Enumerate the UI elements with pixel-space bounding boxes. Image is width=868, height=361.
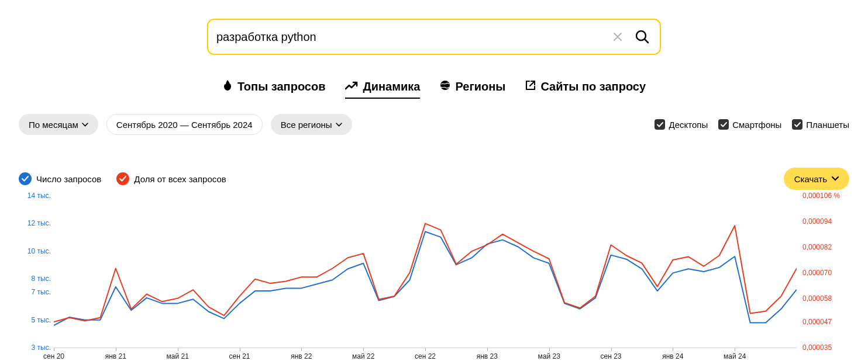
- x-tick-mark: [54, 348, 54, 351]
- tab-sites[interactable]: Сайты по запросу: [525, 79, 646, 99]
- tab-regions-label: Регионы: [455, 80, 505, 93]
- globe-icon: [440, 80, 450, 93]
- legend-series-1[interactable]: Число запросов: [19, 172, 101, 185]
- y-left-tick: 7 тыс.: [19, 288, 51, 296]
- device-tablet-toggle[interactable]: Планшеты: [792, 119, 849, 130]
- x-tick-label: янв 21: [105, 352, 126, 360]
- tab-tops[interactable]: Топы запросов: [222, 79, 326, 99]
- chart-line: [54, 232, 797, 326]
- device-smartphone-toggle[interactable]: Смартфоны: [718, 119, 781, 130]
- x-tick-label: янв 23: [477, 352, 498, 360]
- y-left-axis: 14 тыс.12 тыс.10 тыс.8 тыс.7 тыс.5 тыс.3…: [19, 196, 51, 348]
- checkbox-checked-icon: [718, 119, 729, 130]
- search-box[interactable]: [207, 19, 661, 55]
- y-right-tick: 0,000058: [802, 294, 849, 303]
- x-tick-label: сен 23: [601, 352, 622, 360]
- x-tick-mark: [178, 348, 178, 351]
- tab-regions[interactable]: Регионы: [440, 79, 505, 99]
- chart-plot[interactable]: [54, 196, 797, 348]
- y-left-tick: 10 тыс.: [19, 247, 51, 255]
- tab-tops-label: Топы запросов: [237, 80, 326, 93]
- y-left-tick: 14 тыс.: [19, 192, 51, 200]
- legend-series-2[interactable]: Доля от всех запросов: [116, 172, 226, 185]
- y-left-tick: 8 тыс.: [19, 275, 51, 283]
- x-tick-label: май 23: [538, 352, 560, 360]
- x-tick-mark: [549, 348, 550, 351]
- search-icon[interactable]: [633, 27, 652, 46]
- trend-up-icon: [345, 80, 358, 93]
- x-tick-mark: [735, 348, 735, 351]
- legend-series-1-label: Число запросов: [36, 174, 101, 184]
- svg-point-1: [440, 81, 450, 90]
- device-smartphone-label: Смартфоны: [732, 120, 781, 130]
- date-range-label: Сентябрь 2020 — Сентябрь 2024: [116, 120, 253, 130]
- x-tick-mark: [673, 348, 673, 351]
- chevron-down-icon: [82, 123, 88, 127]
- fire-icon: [222, 79, 233, 94]
- x-tick-mark: [301, 348, 302, 351]
- region-label: Все регионы: [281, 120, 332, 130]
- y-right-tick: 0,000094: [802, 217, 849, 225]
- y-right-tick: 0,000035: [802, 343, 849, 352]
- x-tick-mark: [425, 348, 426, 351]
- check-dot-icon: [116, 172, 129, 185]
- x-tick-label: май 22: [352, 352, 374, 360]
- tabs: Топы запросов Динамика Регионы Сайты по …: [0, 79, 868, 99]
- download-button[interactable]: Скачать: [784, 168, 849, 190]
- search-input[interactable]: [216, 30, 611, 44]
- x-tick-label: сен 20: [43, 352, 64, 360]
- x-tick-mark: [363, 348, 364, 351]
- download-label: Скачать: [794, 174, 827, 184]
- legend-series-2-label: Доля от всех запросов: [134, 174, 226, 184]
- x-tick-label: май 24: [724, 352, 746, 360]
- device-desktop-label: Десктопы: [669, 120, 708, 130]
- tab-dynamics[interactable]: Динамика: [345, 79, 420, 99]
- check-dot-icon: [19, 172, 32, 185]
- chevron-down-icon: [832, 176, 839, 181]
- x-axis: сен 20янв 21май 21сен 21янв 22май 22сен …: [54, 348, 797, 361]
- x-tick-label: сен 21: [229, 352, 250, 360]
- chart-line: [54, 224, 797, 322]
- y-right-tick: 0,000070: [802, 269, 849, 277]
- x-tick-mark: [116, 348, 116, 351]
- tab-sites-label: Сайты по запросу: [540, 80, 646, 93]
- external-link-icon: [525, 80, 536, 93]
- device-desktop-toggle[interactable]: Десктопы: [655, 119, 708, 130]
- y-right-tick: 0,000047: [802, 318, 849, 326]
- checkbox-checked-icon: [655, 119, 665, 130]
- y-left-tick: 3 тыс.: [19, 343, 51, 352]
- x-tick-mark: [240, 348, 240, 351]
- x-tick-label: янв 24: [662, 352, 683, 360]
- x-tick-label: янв 22: [291, 352, 312, 360]
- y-right-axis: 0,000106 %0,0000940,0000820,0000700,0000…: [802, 196, 849, 348]
- checkbox-checked-icon: [792, 119, 802, 130]
- x-tick-mark: [487, 348, 488, 351]
- device-tablet-label: Планшеты: [806, 120, 849, 130]
- y-left-tick: 12 тыс.: [19, 219, 51, 227]
- tab-dynamics-label: Динамика: [363, 80, 420, 93]
- date-range-selector[interactable]: Сентябрь 2020 — Сентябрь 2024: [106, 114, 263, 135]
- x-tick-label: сен 22: [415, 352, 436, 360]
- y-right-tick: 0,000106 %: [802, 192, 849, 200]
- x-tick-label: май 21: [167, 352, 189, 360]
- chevron-down-icon: [336, 123, 342, 127]
- region-selector[interactable]: Все регионы: [271, 114, 352, 135]
- y-right-tick: 0,000082: [802, 243, 849, 251]
- chart: 14 тыс.12 тыс.10 тыс.8 тыс.7 тыс.5 тыс.3…: [0, 196, 868, 361]
- y-left-tick: 5 тыс.: [19, 316, 51, 324]
- period-selector[interactable]: По месяцам: [19, 114, 98, 135]
- clear-icon[interactable]: [611, 30, 625, 44]
- period-label: По месяцам: [29, 120, 78, 130]
- x-tick-mark: [611, 348, 612, 351]
